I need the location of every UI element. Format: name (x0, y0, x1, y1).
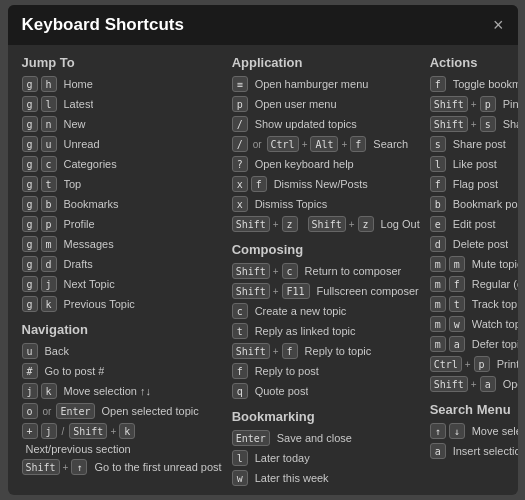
column-3: Actions fToggle bookmark topic Shift+p P… (430, 55, 518, 490)
shortcut-return-composer: Shift+c Return to composer (232, 263, 420, 279)
shortcut-share-post: sShare post (430, 136, 518, 152)
modal-title: Keyboard Shortcuts (22, 15, 184, 35)
shortcut-hamburger: ≡Open hamburger menu (232, 76, 420, 92)
shortcut-toggle-bookmark: fToggle bookmark topic (430, 76, 518, 92)
shortcut-reply-linked: tReply as linked topic (232, 323, 420, 339)
column-1: Jump To ghHome glLatest gnNew guUnread g… (22, 55, 222, 490)
shortcut-goto-post: #Go to post # (22, 363, 222, 379)
shortcut-prev-topic: gkPrevious Topic (22, 296, 222, 312)
shortcut-dismiss-new: xfDismiss New/Posts (232, 176, 420, 192)
shortcut-first-unread: Shift+↑ Go to the first unread post (22, 459, 222, 475)
shortcut-messages: gmMessages (22, 236, 222, 252)
shortcut-fullscreen-composer: Shift+F11 Fullscreen composer (232, 283, 420, 299)
shortcut-flag: fFlag post (430, 176, 518, 192)
shortcut-edit: eEdit post (430, 216, 518, 232)
shortcut-dismiss-topics: xDismiss Topics (232, 196, 420, 212)
shortcut-back: uBack (22, 343, 222, 359)
shortcut-logout: Shift+z Shift+z Log Out (232, 216, 420, 232)
application-section-title: Application (232, 55, 420, 70)
shortcut-move-selection-ud: ↑↓Move selection up and down (430, 423, 518, 439)
shortcut-nav-section-label: Next/previous section (26, 443, 222, 455)
shortcut-keyboard-help: ?Open keyboard help (232, 156, 420, 172)
search-menu-section-title: Search Menu (430, 402, 518, 417)
shortcut-share-topic: Shift+s Share topic (430, 116, 518, 132)
shortcut-reply-topic: Shift+f Reply to topic (232, 343, 420, 359)
shortcut-move-selection: jkMove selection ↑↓ (22, 383, 222, 399)
shortcut-new: gnNew (22, 116, 222, 132)
actions-section-title: Actions (430, 55, 518, 70)
shortcut-print: Ctrl+p Print topic (430, 356, 518, 372)
close-button[interactable]: × (493, 16, 504, 34)
shortcut-save-close: EnterSave and close (232, 430, 420, 446)
shortcut-latest: glLatest (22, 96, 222, 112)
shortcut-top: gtTop (22, 176, 222, 192)
shortcut-bookmark-post: bBookmark post (430, 196, 518, 212)
shortcut-watch-topic: mwWatch topic (430, 316, 518, 332)
shortcut-regular-topic: mfRegular (default) topic (430, 276, 518, 292)
keyboard-shortcuts-modal: Keyboard Shortcuts × Jump To ghHome glLa… (8, 5, 518, 495)
modal-header: Keyboard Shortcuts × (8, 5, 518, 45)
shortcut-like: lLike post (430, 156, 518, 172)
shortcut-unread: guUnread (22, 136, 222, 152)
shortcut-nav-section: +j / Shift+k (22, 423, 222, 439)
shortcut-next-topic: gjNext Topic (22, 276, 222, 292)
composing-section-title: Composing (232, 242, 420, 257)
shortcut-profile: gpProfile (22, 216, 222, 232)
shortcut-drafts: gdDrafts (22, 256, 222, 272)
shortcut-insert-selection: aInsert selection into open composer (430, 443, 518, 459)
shortcut-later-week: wLater this week (232, 470, 420, 486)
shortcut-reply-post: fReply to post (232, 363, 420, 379)
shortcut-bookmarks: gbBookmarks (22, 196, 222, 212)
shortcut-open-selected: oorEnterOpen selected topic (22, 403, 222, 419)
bookmarking-section-title: Bookmarking (232, 409, 420, 424)
shortcut-delete: dDelete post (430, 236, 518, 252)
shortcut-show-updated: /Show updated topics (232, 116, 420, 132)
shortcut-mute-topic: mmMute topic (430, 256, 518, 272)
shortcut-admin-actions: Shift+a Open topic admin actions (430, 376, 518, 392)
modal-body: Jump To ghHome glLatest gnNew guUnread g… (8, 45, 518, 495)
shortcut-quote-post: qQuote post (232, 383, 420, 399)
column-2: Application ≡Open hamburger menu pOpen u… (232, 55, 420, 490)
navigation-section-title: Navigation (22, 322, 222, 337)
shortcut-pin-unpin: Shift+p Pin/Unpin topic (430, 96, 518, 112)
jump-to-section-title: Jump To (22, 55, 222, 70)
shortcut-categories: gcCategories (22, 156, 222, 172)
shortcut-later-today: lLater today (232, 450, 420, 466)
shortcut-track-topic: mtTrack topic (430, 296, 518, 312)
shortcut-create-topic: cCreate a new topic (232, 303, 420, 319)
shortcut-user-menu: pOpen user menu (232, 96, 420, 112)
shortcut-defer-topic: maDefer topic (430, 336, 518, 352)
shortcut-home: ghHome (22, 76, 222, 92)
shortcut-search: / or Ctrl+ Alt+ f Search (232, 136, 420, 152)
